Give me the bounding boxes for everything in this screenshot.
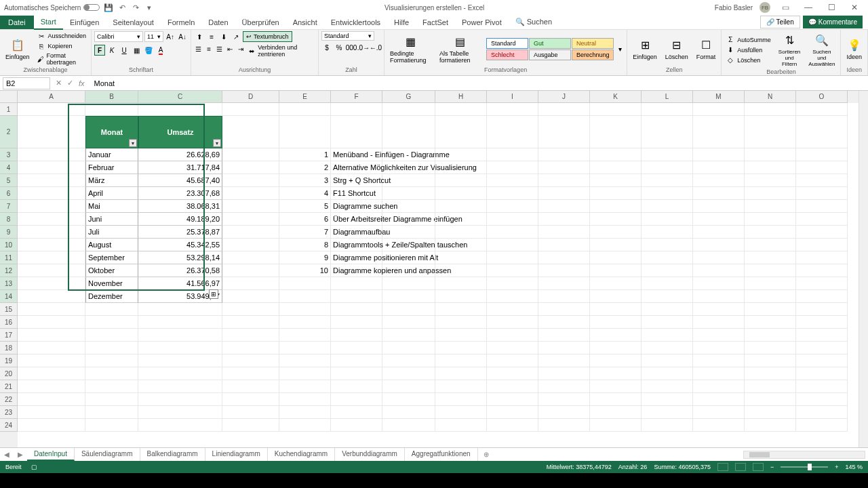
zoom-level[interactable]: 145 %	[845, 464, 863, 470]
cell-H21[interactable]	[435, 380, 487, 393]
cell-M9[interactable]	[693, 226, 745, 239]
cell-J15[interactable]	[538, 303, 590, 316]
cell-H13[interactable]	[435, 277, 487, 290]
cell-B21[interactable]	[85, 380, 138, 393]
cell-M6[interactable]	[693, 187, 745, 200]
cell-N20[interactable]	[745, 367, 796, 380]
sheet-tab-aggregatfunktionen[interactable]: Aggregatfunktionen	[405, 448, 478, 461]
fill-color-button[interactable]: 🪣	[143, 45, 154, 56]
cell-N4[interactable]	[745, 161, 796, 174]
cell-J13[interactable]	[538, 277, 590, 290]
font-color-button[interactable]: A	[155, 45, 166, 56]
cell-H22[interactable]	[435, 393, 487, 406]
row-header-14[interactable]: 14	[0, 290, 18, 303]
cell-N5[interactable]	[745, 174, 796, 187]
cell-G18[interactable]	[382, 342, 435, 354]
cell-D8[interactable]	[222, 213, 279, 226]
cell-O12[interactable]	[796, 264, 848, 277]
cell-C18[interactable]	[138, 342, 222, 354]
cell-G9[interactable]	[382, 226, 435, 239]
cell-B3[interactable]: Januar	[85, 148, 138, 161]
cell-H11[interactable]	[435, 251, 487, 264]
user-avatar[interactable]: FB	[760, 2, 770, 13]
cell-H24[interactable]	[435, 419, 487, 432]
cell-A9[interactable]	[18, 226, 85, 239]
sheet-tab-balkendiagramm[interactable]: Balkendiagramm	[140, 448, 205, 461]
row-header-2[interactable]: 2	[0, 116, 18, 148]
cell-N23[interactable]	[745, 406, 796, 419]
col-header-L[interactable]: L	[642, 91, 693, 103]
cell-I24[interactable]	[487, 419, 538, 432]
cell-B9[interactable]: Juli	[85, 226, 138, 239]
cell-D24[interactable]	[222, 419, 279, 432]
add-sheet-button[interactable]: ⊕	[478, 451, 494, 458]
cell-F21[interactable]	[331, 380, 382, 393]
horizontal-scrollbar[interactable]	[743, 451, 865, 459]
cell-F11[interactable]: Diagramme positionieren mit Alt	[331, 251, 382, 264]
cell-K15[interactable]	[590, 303, 642, 316]
currency-icon[interactable]: $	[321, 42, 332, 53]
cell-C1[interactable]	[138, 103, 222, 116]
cell-F8[interactable]: Über Arbeitsreiter Diagramme einfügen	[331, 213, 382, 226]
cell-J8[interactable]	[538, 213, 590, 226]
row-header-23[interactable]: 23	[0, 406, 18, 419]
cell-J24[interactable]	[538, 419, 590, 432]
cell-M14[interactable]	[693, 290, 745, 303]
cell-B15[interactable]	[85, 303, 138, 316]
row-header-9[interactable]: 9	[0, 226, 18, 239]
cell-J9[interactable]	[538, 226, 590, 239]
insert-cells-button[interactable]: ⊞Einfügen	[630, 36, 660, 62]
cell-B20[interactable]	[85, 367, 138, 380]
cell-E6[interactable]: 4	[279, 187, 331, 200]
cell-D19[interactable]	[222, 354, 279, 367]
cell-A23[interactable]	[18, 406, 85, 419]
row-header-7[interactable]: 7	[0, 200, 18, 213]
cell-B13[interactable]: November	[85, 277, 138, 290]
cell-F18[interactable]	[331, 342, 382, 354]
redo-icon[interactable]: ↷	[131, 3, 140, 12]
style-schlecht[interactable]: Schlecht	[486, 49, 528, 60]
cell-I19[interactable]	[487, 354, 538, 367]
cell-L19[interactable]	[642, 354, 693, 367]
cell-K13[interactable]	[590, 277, 642, 290]
cell-C4[interactable]: 31.717,84	[138, 161, 222, 174]
cell-A13[interactable]	[18, 277, 85, 290]
cell-J3[interactable]	[538, 148, 590, 161]
cell-E14[interactable]	[279, 290, 331, 303]
cell-I10[interactable]	[487, 239, 538, 251]
cell-L12[interactable]	[642, 264, 693, 277]
autosum-button[interactable]: ΣAutoSumme	[724, 35, 773, 45]
cell-L5[interactable]	[642, 174, 693, 187]
cell-O11[interactable]	[796, 251, 848, 264]
cell-O13[interactable]	[796, 277, 848, 290]
cell-I5[interactable]	[487, 174, 538, 187]
conditional-format-button[interactable]: ▦Bedingte Formatierung	[387, 33, 434, 65]
cell-I17[interactable]	[487, 329, 538, 342]
cell-B19[interactable]	[85, 354, 138, 367]
cell-L11[interactable]	[642, 251, 693, 264]
cell-B4[interactable]: Februar	[85, 161, 138, 174]
cell-I22[interactable]	[487, 393, 538, 406]
cell-I6[interactable]	[487, 187, 538, 200]
cell-D22[interactable]	[222, 393, 279, 406]
minimize-icon[interactable]: —	[800, 3, 816, 12]
cell-M2[interactable]	[693, 116, 745, 148]
format-table-button[interactable]: ▤Als Tabelle formatieren	[437, 33, 484, 65]
cell-D18[interactable]	[222, 342, 279, 354]
cell-I14[interactable]	[487, 290, 538, 303]
close-icon[interactable]: ✕	[846, 3, 863, 12]
cell-L1[interactable]	[642, 103, 693, 116]
cell-F24[interactable]	[331, 419, 382, 432]
align-center-icon[interactable]: ≡	[205, 43, 214, 54]
cell-M24[interactable]	[693, 419, 745, 432]
cell-C20[interactable]	[138, 367, 222, 380]
cell-C23[interactable]	[138, 406, 222, 419]
cell-D10[interactable]	[222, 239, 279, 251]
cell-H9[interactable]	[435, 226, 487, 239]
fx-icon[interactable]: fx	[79, 79, 85, 87]
cell-E12[interactable]: 10	[279, 264, 331, 277]
cell-N8[interactable]	[745, 213, 796, 226]
format-cells-button[interactable]: ☐Format	[694, 36, 719, 62]
cell-L10[interactable]	[642, 239, 693, 251]
styles-more-icon[interactable]: ▾	[616, 43, 624, 54]
